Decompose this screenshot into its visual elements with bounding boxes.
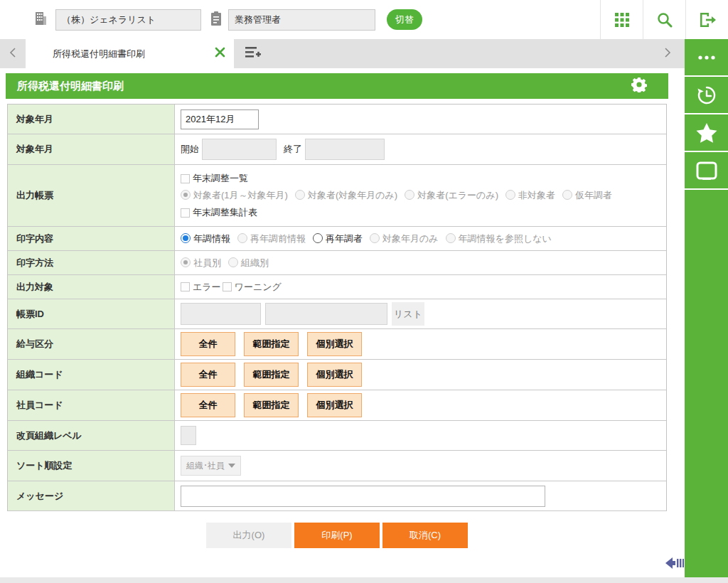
more-menu-icon[interactable] [685,39,728,77]
apps-grid-icon[interactable] [600,0,643,39]
report-id-input-1 [181,303,261,325]
feedback-tray-icon[interactable] [685,152,728,190]
settings-gear-icon[interactable] [631,77,647,95]
page-title: 所得税還付明細書印刷 [17,80,124,93]
field-label: 印字方法 [8,251,175,274]
employee-all-button[interactable]: 全件 [181,393,235,417]
radio-icon [313,233,323,243]
radio-icon [237,233,247,243]
logout-icon[interactable] [685,0,728,39]
row-print-content: 印字内容 年調情報 再年調前情報 再年調者 対象年月のみ 年調情報を参照しない [8,227,666,251]
error-checkbox: エラー [181,281,221,294]
radio-icon [181,257,191,267]
target-radio-4: 仮年調者 [562,189,612,202]
field-label: ソート順設定 [8,451,175,481]
bottom-strip [0,577,728,583]
app-window: 切替 所得税還付明細書印刷 [0,0,728,583]
radio-selected-icon [181,233,191,243]
salary-range-button[interactable]: 範囲指定 [244,332,299,356]
radio-icon [446,233,456,243]
dropdown-arrow-icon [228,464,235,468]
print-button[interactable]: 印刷(P) [294,523,380,548]
company-input[interactable] [55,9,201,31]
end-label: 終了 [284,143,302,156]
target-radio-3: 非対象者 [505,189,555,202]
checkbox-icon [181,174,190,183]
cancel-button[interactable]: 取消(C) [382,523,468,548]
print-method-radio-0: 社員別 [181,257,221,269]
top-bar: 切替 [0,0,728,39]
target-month-input[interactable] [181,109,259,129]
org-range-button[interactable]: 範囲指定 [244,363,299,387]
page-break-level-input [181,426,196,445]
yearend-summary-checkbox[interactable]: 年末調整集計表 [181,206,257,219]
print-content-radio-1: 再年調前情報 [237,232,306,245]
field-label: 給与区分 [8,329,175,359]
field-label: 組織コード [8,360,175,390]
checkbox-icon [223,282,232,292]
warning-checkbox: ワーニング [223,281,282,294]
report-id-input-2 [265,303,387,325]
search-icon[interactable] [643,0,685,39]
org-all-button[interactable]: 全件 [181,363,235,387]
role-input[interactable] [228,9,375,31]
tab-close-icon[interactable] [215,47,225,60]
row-message: メッセージ [8,481,666,511]
row-output-report: 出力帳票 年末調整一覧 対象者(1月～対象年月) 対象者(対象年月のみ) 対象者… [8,165,666,227]
radio-icon [505,190,515,200]
field-label: 対象年月 [8,134,175,164]
print-method-radio-1: 組織別 [228,257,269,269]
row-employee-code: 社員コード 全件 範囲指定 個別選択 [8,390,666,421]
form-table: 対象年月 対象年月 開始 終了 出力帳票 年末調整一覧 対象者(1月～対象年月)… [7,104,667,511]
field-label: 印字内容 [8,227,175,250]
row-page-break-level: 改頁組織レベル [8,421,666,451]
list-button[interactable]: リスト [392,302,424,326]
add-tab-icon[interactable] [244,45,262,63]
radio-icon [405,190,414,200]
field-label: 改頁組織レベル [8,421,175,450]
org-individual-button[interactable]: 個別選択 [307,363,362,387]
row-report-id: 帳票ID リスト [8,299,666,329]
radio-icon [562,190,572,200]
radio-icon [228,257,238,267]
radio-icon [295,190,305,200]
field-label: 出力帳票 [8,165,175,226]
tab-active[interactable]: 所得税還付明細書印刷 [26,39,234,68]
role-clipboard-icon [210,11,223,29]
message-input[interactable] [181,486,545,507]
row-print-method: 印字方法 社員別 組織別 [8,251,666,275]
company-building-icon [33,11,48,29]
start-label: 開始 [181,143,199,156]
sort-order-select: 組織･社員 [181,456,241,476]
print-content-radio-3: 対象年月のみ [370,232,439,245]
tab-scroll-left-icon[interactable] [0,48,26,60]
tab-bar: 所得税還付明細書印刷 [0,39,685,68]
target-radio-2: 対象者(エラーのみ) [405,189,498,202]
sort-order-value: 組織･社員 [186,460,225,472]
output-button[interactable]: 出力(O) [206,523,291,548]
field-label: 帳票ID [8,299,175,328]
checkbox-icon [181,282,190,292]
print-content-radio-0[interactable]: 年調情報 [181,232,230,245]
row-org-code: 組織コード 全件 範囲指定 個別選択 [8,360,666,390]
target-radio-1: 対象者(対象年月のみ) [295,189,397,202]
salary-individual-button[interactable]: 個別選択 [307,332,362,356]
employee-range-button[interactable]: 範囲指定 [244,393,299,417]
switch-button[interactable]: 切替 [387,9,422,30]
collapse-panel-arrow-icon[interactable] [665,556,684,573]
yearend-list-checkbox[interactable]: 年末調整一覧 [181,172,248,185]
top-bar-icons [600,0,728,39]
row-target-period: 対象年月 開始 終了 [8,134,666,165]
employee-individual-button[interactable]: 個別選択 [307,393,362,417]
favorite-star-icon[interactable] [685,114,728,152]
history-icon[interactable] [685,77,728,114]
field-label: メッセージ [8,481,175,510]
checkbox-icon [181,208,190,218]
print-content-radio-4: 年調情報を参照しない [446,232,552,245]
tab-scroll-right-icon[interactable] [655,48,680,60]
period-start-input [202,139,277,160]
page-header: 所得税還付明細書印刷 [6,73,668,99]
print-content-radio-2[interactable]: 再年調者 [313,232,363,245]
right-sidebar [685,39,728,577]
salary-all-button[interactable]: 全件 [181,332,235,356]
